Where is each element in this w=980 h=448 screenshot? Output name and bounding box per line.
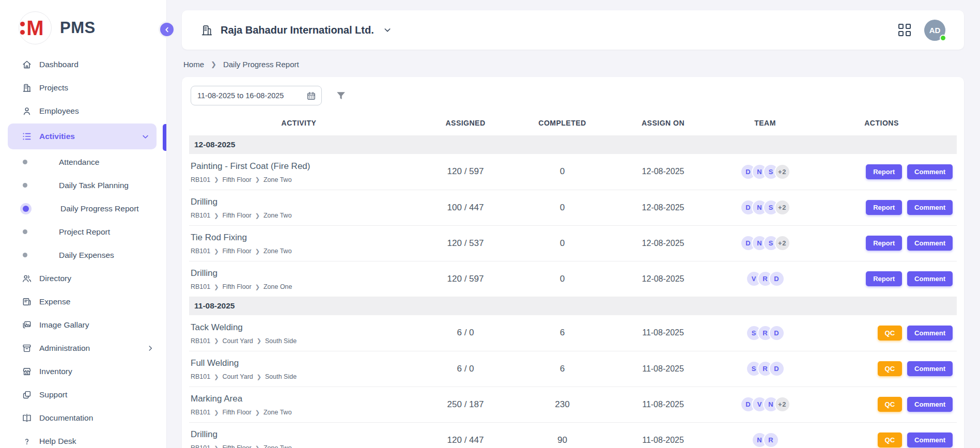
sidebar-item-directory[interactable]: Directory xyxy=(0,267,166,290)
image-icon xyxy=(22,320,32,330)
completed-value: 6 xyxy=(522,315,602,351)
qc-button[interactable]: QC xyxy=(878,361,903,376)
location-part: Fifth Floor xyxy=(222,444,251,448)
bullet-icon xyxy=(23,183,27,188)
bullet-icon xyxy=(23,253,27,257)
team-avatars: SRD xyxy=(724,325,806,341)
team-avatar[interactable]: D xyxy=(769,361,785,377)
sidebar-subitem-daily-task-planning[interactable]: Daily Task Planning xyxy=(0,174,166,197)
comment-button[interactable]: Comment xyxy=(907,397,953,412)
report-button[interactable]: Report xyxy=(866,236,902,251)
report-button[interactable]: Report xyxy=(866,200,902,215)
activity-title: Full Welding xyxy=(189,357,409,368)
assigned-value: 120 / 597 xyxy=(409,261,522,297)
table-row: Full WeldingRB101❯Court Yard❯South Side … xyxy=(189,351,957,387)
sidebar-subitem-daily-expenses[interactable]: Daily Expenses xyxy=(0,243,166,267)
user-avatar[interactable]: AD xyxy=(924,20,945,41)
chevron-right-icon: ❯ xyxy=(255,445,260,448)
app-title: PMS xyxy=(60,19,96,37)
sidebar-subitem-project-report[interactable]: Project Report xyxy=(0,220,166,243)
assigned-value: 250 / 187 xyxy=(409,387,522,422)
completed-value: 90 xyxy=(522,422,602,448)
building-icon xyxy=(22,83,32,93)
sidebar-subitem-attendance[interactable]: Attendance xyxy=(0,150,166,174)
sidebar-item-support[interactable]: Support xyxy=(0,383,166,406)
report-button[interactable]: Report xyxy=(866,271,902,286)
completed-value: 0 xyxy=(522,225,602,261)
sidebar-item-label: Employees xyxy=(39,106,79,116)
comment-button[interactable]: Comment xyxy=(907,432,953,447)
sidebar-item-dashboard[interactable]: Dashboard xyxy=(0,53,166,76)
sidebar-item-help-desk[interactable]: Help Desk xyxy=(0,429,166,448)
team-avatar-more[interactable]: +2 xyxy=(774,164,790,180)
team-avatar-more[interactable]: +2 xyxy=(774,396,790,412)
qc-button[interactable]: QC xyxy=(878,326,903,341)
team-avatar-more[interactable]: +2 xyxy=(774,199,790,215)
qc-button[interactable]: QC xyxy=(878,397,903,412)
table-row: DrillingRB101❯Fifth Floor❯Zone Two 120 /… xyxy=(189,422,957,448)
action-buttons: ReportComment xyxy=(806,236,957,251)
calendar-icon[interactable] xyxy=(306,91,316,101)
sidebar-subitem-label: Project Report xyxy=(59,227,110,237)
sidebar-nav: DashboardProjectsEmployeesActivitiesAtte… xyxy=(0,53,166,448)
company-name: Raja Bahadur International Ltd. xyxy=(221,24,374,36)
activity-location: RB101❯Fifth Floor❯Zone One xyxy=(189,279,409,290)
breadcrumb: Home ❯ Daily Progress Report xyxy=(183,60,964,69)
completed-value: 0 xyxy=(522,154,602,190)
report-button[interactable]: Report xyxy=(866,164,902,179)
completed-value: 230 xyxy=(522,387,602,422)
comment-button[interactable]: Comment xyxy=(907,326,953,341)
chevron-right-icon: ❯ xyxy=(214,445,219,448)
action-buttons: QCComment xyxy=(806,397,957,412)
sidebar-subitem-daily-progress-report[interactable]: Daily Progress Report xyxy=(0,197,166,220)
team-avatars: DNS+2 xyxy=(724,235,806,251)
chevron-right-icon: ❯ xyxy=(255,248,260,255)
activity-title: Tie Rod Fixing xyxy=(189,231,409,243)
sidebar-item-employees[interactable]: Employees xyxy=(0,99,166,122)
location-part: Court Yard xyxy=(222,337,253,345)
assign-on-value: 12-08-2025 xyxy=(602,261,724,297)
chevron-right-icon xyxy=(147,345,154,352)
location-part: Zone Two xyxy=(263,212,292,219)
company-selector[interactable]: Raja Bahadur International Ltd. xyxy=(200,24,392,37)
team-avatar[interactable]: R xyxy=(763,432,779,448)
breadcrumb-home[interactable]: Home xyxy=(183,60,204,69)
home-icon xyxy=(22,59,32,70)
comment-button[interactable]: Comment xyxy=(907,361,953,376)
bullet-icon xyxy=(23,206,29,212)
qc-button[interactable]: QC xyxy=(878,432,903,447)
assign-on-value: 12-08-2025 xyxy=(602,154,724,190)
sidebar-item-inventory[interactable]: Inventory xyxy=(0,360,166,383)
location-part: RB101 xyxy=(191,337,210,345)
sidebar-item-image-gallary[interactable]: Image Gallary xyxy=(0,313,166,336)
location-part: Zone Two xyxy=(263,409,292,416)
apps-grid-icon[interactable] xyxy=(898,24,911,36)
location-part: Fifth Floor xyxy=(222,283,251,290)
date-range-input[interactable] xyxy=(197,91,302,100)
chevron-down-icon xyxy=(383,26,392,34)
comment-button[interactable]: Comment xyxy=(907,164,953,179)
team-avatar[interactable]: D xyxy=(769,325,785,341)
location-part: South Side xyxy=(265,337,297,345)
sidebar-item-projects[interactable]: Projects xyxy=(0,76,166,99)
filter-funnel-icon[interactable] xyxy=(335,90,347,101)
table-row: Painting - First Coat (Fire Red)RB101❯Fi… xyxy=(189,154,957,190)
sidebar-item-expense[interactable]: Expense xyxy=(0,290,166,313)
activity-location: RB101❯Court Yard❯South Side xyxy=(189,333,409,345)
person-icon xyxy=(22,106,32,116)
team-avatar-more[interactable]: +2 xyxy=(774,235,790,251)
logo[interactable]: M PMS xyxy=(0,0,166,44)
sidebar-item-administration[interactable]: Administration xyxy=(0,336,166,360)
action-buttons: QCComment xyxy=(806,432,957,447)
activity-title: Marking Area xyxy=(189,393,409,404)
sidebar-collapse-button[interactable] xyxy=(159,21,175,38)
comment-button[interactable]: Comment xyxy=(907,236,953,251)
location-part: RB101 xyxy=(191,176,210,183)
sidebar-item-activities[interactable]: Activities xyxy=(8,123,157,149)
team-avatar[interactable]: D xyxy=(769,271,785,287)
assign-on-value: 11-08-2025 xyxy=(602,351,724,387)
comment-button[interactable]: Comment xyxy=(907,200,953,215)
comment-button[interactable]: Comment xyxy=(907,271,953,286)
sidebar-item-documentation[interactable]: Documentation xyxy=(0,406,166,429)
active-section-indicator xyxy=(163,124,166,151)
